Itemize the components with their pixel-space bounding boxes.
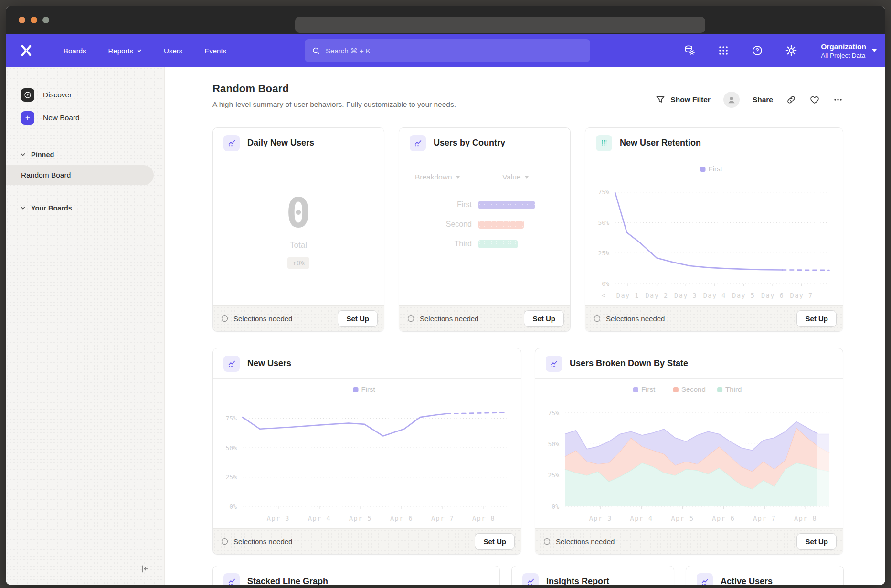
org-project-switcher[interactable]: Organization All Project Data [821,42,877,59]
settings-gear-icon[interactable] [785,44,797,57]
board-header: Random Board A high-level summary of use… [212,83,456,109]
line-chart-icon [223,573,240,585]
set-up-button[interactable]: Set Up [338,310,378,327]
set-up-button[interactable]: Set Up [796,533,837,550]
card-footer: Selections needed Set Up [399,305,570,331]
org-name: Organization [821,42,866,52]
more-options-icon[interactable] [833,94,843,105]
org-labels: Organization All Project Data [821,42,866,59]
app-window: Boards Reports Users Events [6,6,885,585]
set-up-button[interactable]: Set Up [475,533,515,550]
value-dropdown[interactable]: Value [502,173,529,181]
nav-item-events[interactable]: Events [193,47,237,55]
status-text: Selections needed [606,315,665,323]
collapse-sidebar-icon[interactable] [139,564,150,574]
board-main: Random Board A high-level summary of use… [165,67,885,585]
svg-text:Apr 5: Apr 5 [349,514,372,522]
mixpanel-logo[interactable] [20,44,32,57]
close-button[interactable] [19,17,25,23]
show-filter-button[interactable]: Show Filter [655,94,711,105]
primary-nav: Boards Reports Users Events [53,47,237,55]
svg-text:75%: 75% [548,410,560,417]
sidebar-footer [6,552,164,585]
card-footer: Selections needed Set Up [535,528,843,554]
card-header: New User Retention [585,128,843,158]
sidebar-section-your-boards[interactable]: Your Boards [6,204,164,212]
top-navbar: Boards Reports Users Events [6,34,885,67]
card-row-3: Stacked Line Graph Insights Report [212,566,844,585]
svg-text:Day 3: Day 3 [674,292,697,299]
svg-text:75%: 75% [598,189,610,196]
card-title: Insights Report [546,577,609,586]
sidebar-item-random-board[interactable]: Random Board [6,165,154,185]
svg-text:Third: Third [725,385,742,393]
favorite-heart-icon[interactable] [809,94,820,105]
card-title: New Users [247,358,291,368]
global-search[interactable] [305,39,590,62]
card-title: Users by Country [434,138,505,148]
svg-text:25%: 25% [548,472,560,479]
line-chart-icon [223,356,240,372]
page-title: Random Board [212,83,456,95]
svg-text:First: First [641,385,656,393]
bar [478,201,535,209]
data-management-icon[interactable] [683,44,696,57]
svg-text:Apr 5: Apr 5 [671,514,694,522]
svg-text:Apr 4: Apr 4 [630,514,653,522]
svg-text:25%: 25% [226,473,237,481]
status-text: Selections needed [233,537,292,546]
card-insights-report: Insights Report [511,566,674,585]
bar [478,240,518,248]
column-label: Value [502,173,521,181]
chart-body: 75%50%25%0%Apr 3Apr 4Apr 5Apr 6Apr 7Apr … [535,379,843,528]
breakdown-dropdown[interactable]: Breakdown [415,173,460,181]
sidebar-item-new-board[interactable]: New Board [6,107,164,129]
card-title: Active Users [721,577,773,586]
filter-funnel-icon [655,94,666,105]
sidebar: Discover New Board Pinned Random Board [6,67,165,585]
status-text: Selections needed [233,315,292,323]
svg-text:?: ? [756,47,759,54]
sidebar-item-label: New Board [43,114,80,122]
metric-label: Total [290,241,307,250]
bar-list: First Second Third [399,200,570,259]
bar-label: Second [399,220,472,229]
show-filter-label: Show Filter [670,95,711,104]
bar-row: Second [399,220,570,229]
sidebar-item-discover[interactable]: Discover [6,84,164,106]
line-chart-icon [546,356,562,372]
search-icon [312,46,320,55]
line-chart-icon [410,135,426,151]
status-text: Selections needed [420,315,478,323]
svg-text:First: First [361,385,376,393]
page-subtitle: A high-level summary of user behaviors. … [212,100,456,109]
minimize-button[interactable] [31,17,37,23]
svg-text:50%: 50% [226,444,237,452]
nav-item-users[interactable]: Users [153,47,193,55]
apps-grid-icon[interactable] [717,44,730,57]
avatar[interactable] [723,92,740,108]
retention-grid-icon [596,135,612,151]
nav-item-reports[interactable]: Reports [97,47,153,55]
help-icon[interactable]: ? [751,44,764,57]
bar-list-body: Breakdown Value First [399,158,570,305]
titlebar-address-field[interactable] [295,17,705,33]
zoom-button[interactable] [42,17,49,23]
share-button[interactable]: Share [753,95,773,104]
search-input[interactable] [326,47,583,55]
set-up-button[interactable]: Set Up [524,310,564,327]
chevron-down-icon [872,49,877,52]
card-header: Users by Country [399,128,570,158]
svg-text:Apr 8: Apr 8 [472,514,495,522]
sidebar-section-pinned[interactable]: Pinned [6,151,164,158]
set-up-button[interactable]: Set Up [796,310,837,327]
metric-delta-badge: ↑0% [287,257,309,269]
app-body: Discover New Board Pinned Random Board [6,67,885,585]
svg-text:0%: 0% [552,503,559,510]
bar-row: First [399,200,570,209]
nav-item-boards[interactable]: Boards [53,47,97,55]
card-title: Daily New Users [247,138,314,148]
metric-value: 0 [286,192,311,233]
window-controls [6,17,49,23]
copy-link-icon[interactable] [786,94,796,105]
